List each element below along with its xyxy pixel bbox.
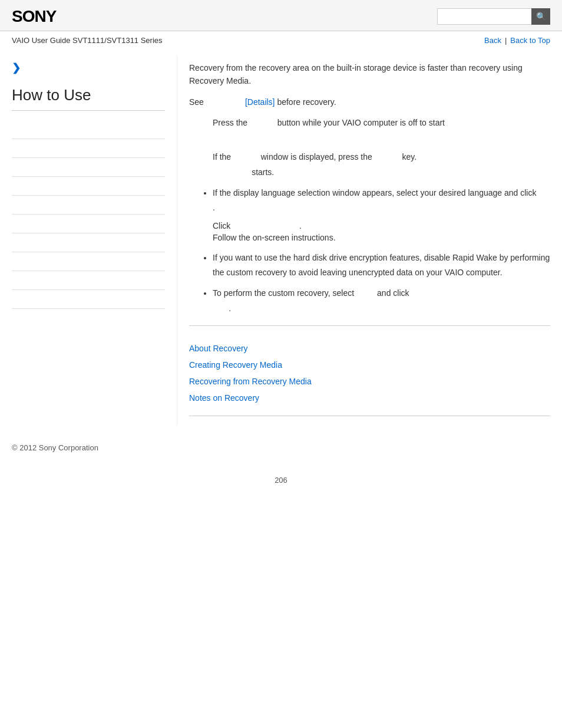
sidebar-link[interactable]: [12, 276, 14, 285]
sidebar-item[interactable]: [12, 252, 165, 271]
sidebar-link[interactable]: [12, 125, 14, 134]
bullet-list-3: To perform the custom recovery, select a…: [201, 286, 550, 315]
search-button[interactable]: 🔍: [531, 8, 550, 25]
bullet3-part1: To perform the custom recovery, select: [213, 288, 354, 298]
sidebar-nav: [12, 120, 165, 309]
click-dot: .: [299, 221, 302, 230]
bullet1-end-dot: .: [213, 203, 215, 212]
see-label: See: [189, 97, 204, 107]
main-layout: ❯ How to Use Recovery from the recovery …: [0, 55, 562, 426]
sidebar-item[interactable]: [12, 233, 165, 252]
bullet2-text: If you want to use the hard disk drive e…: [213, 253, 550, 277]
bullet1-text: If the display language selection window…: [213, 188, 536, 197]
search-input[interactable]: [437, 8, 531, 25]
about-recovery-link[interactable]: About Recovery: [189, 340, 550, 357]
page-number: 206: [0, 464, 562, 496]
intro-text: Recovery from the recovery area on the b…: [189, 61, 550, 88]
press-button-block: Press the button while your VAIO compute…: [213, 116, 550, 145]
bullet3-part2: and click: [377, 288, 409, 298]
sidebar-item[interactable]: [12, 139, 165, 158]
intro-line2: Recovery Media.: [189, 76, 251, 85]
search-icon: 🔍: [536, 12, 546, 21]
sidebar-link[interactable]: [12, 238, 14, 247]
related-links: About Recovery Creating Recovery Media R…: [189, 335, 550, 406]
section-divider: [189, 325, 550, 326]
click-label: Click: [213, 221, 230, 230]
back-to-top-link[interactable]: Back to Top: [510, 36, 550, 45]
section-divider-bottom: [189, 416, 550, 416]
search-area: 🔍: [437, 8, 550, 25]
sidebar-link[interactable]: [12, 144, 14, 153]
sidebar-link[interactable]: [12, 163, 14, 172]
intro-line1: Recovery from the recovery area on the b…: [189, 63, 523, 73]
if-label2: window is displayed, press the: [261, 152, 372, 162]
sidebar: ❯ How to Use: [12, 55, 177, 426]
page-header: SONY 🔍: [0, 0, 562, 31]
press-label: Press the: [213, 118, 247, 127]
sidebar-link[interactable]: [12, 200, 14, 209]
guide-title: VAIO User Guide SVT1111/SVT1311 Series: [12, 36, 163, 45]
bullet-item-3: To perform the custom recovery, select a…: [213, 286, 550, 315]
sidebar-item[interactable]: [12, 290, 165, 309]
back-link[interactable]: Back: [484, 36, 501, 45]
bullet-list: If the display language selection window…: [201, 186, 550, 215]
copyright-text: © 2012 Sony Corporation: [12, 443, 98, 452]
sub-header: VAIO User Guide SVT1111/SVT1311 Series B…: [0, 31, 562, 50]
sidebar-item[interactable]: [12, 120, 165, 139]
sidebar-link[interactable]: [12, 182, 14, 190]
footer: © 2012 Sony Corporation: [0, 426, 562, 464]
bullet-item-1: If the display language selection window…: [213, 186, 550, 215]
starts-label: starts.: [252, 167, 274, 177]
content-area: Recovery from the recovery area on the b…: [177, 55, 550, 426]
nav-links: Back | Back to Top: [484, 36, 550, 45]
see-details-section: See [Details] before recovery.: [189, 95, 550, 110]
notes-on-recovery-link[interactable]: Notes on Recovery: [189, 390, 550, 406]
sidebar-item[interactable]: [12, 215, 165, 233]
sidebar-link[interactable]: [12, 257, 14, 266]
bullet-list-2: If you want to use the hard disk drive e…: [201, 251, 550, 280]
if-label3: key.: [402, 152, 416, 162]
sidebar-item[interactable]: [12, 271, 165, 290]
click-line: Click .: [213, 221, 550, 230]
if-window-block: If the window is displayed, press the ke…: [213, 150, 550, 179]
bullet-item-2: If you want to use the hard disk drive e…: [213, 251, 550, 280]
sidebar-item[interactable]: [12, 158, 165, 177]
if-label1: If the: [213, 152, 231, 162]
press-label2: button while your VAIO computer is off t…: [277, 118, 445, 127]
sidebar-title: How to Use: [12, 86, 165, 111]
sidebar-item[interactable]: [12, 177, 165, 196]
sidebar-link[interactable]: [12, 295, 14, 304]
recovering-from-media-link[interactable]: Recovering from Recovery Media: [189, 373, 550, 390]
link-divider: |: [505, 36, 507, 45]
sidebar-link[interactable]: [12, 219, 14, 228]
sidebar-item[interactable]: [12, 196, 165, 215]
sony-logo: SONY: [12, 7, 56, 26]
details-link[interactable]: [Details]: [245, 97, 275, 107]
before-recovery-text: before recovery.: [277, 97, 336, 107]
sidebar-arrow[interactable]: ❯: [12, 61, 165, 74]
follow-line: Follow the on-screen instructions.: [213, 233, 550, 242]
creating-recovery-media-link[interactable]: Creating Recovery Media: [189, 357, 550, 373]
bullet3-dot: .: [229, 304, 231, 313]
follow-text: Follow the on-screen instructions.: [213, 233, 336, 242]
